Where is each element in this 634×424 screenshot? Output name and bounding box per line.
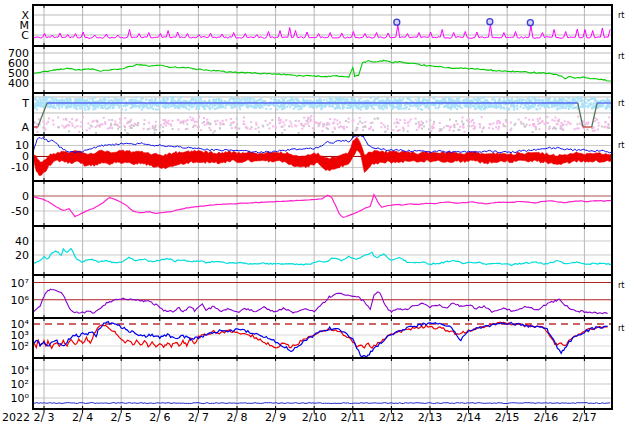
noise-dot — [166, 122, 168, 124]
noise-dot — [295, 120, 297, 122]
noise-dot — [312, 107, 314, 109]
noise-dot — [488, 127, 490, 129]
noise-dot — [191, 106, 193, 108]
noise-dot — [349, 104, 351, 106]
noise-dot — [483, 108, 485, 110]
noise-dot — [513, 105, 515, 107]
noise-dot — [530, 99, 532, 101]
noise-dot — [96, 105, 98, 107]
noise-dot — [383, 124, 385, 126]
noise-dot — [598, 122, 600, 124]
noise-dot — [523, 107, 525, 109]
noise-dot — [177, 100, 179, 102]
noise-dot — [439, 122, 441, 124]
noise-dot — [551, 119, 553, 121]
noise-dot — [75, 120, 77, 122]
noise-dot — [178, 128, 180, 130]
noise-dot — [58, 108, 60, 110]
noise-dot — [453, 124, 455, 126]
noise-dot — [551, 106, 553, 108]
noise-dot — [219, 127, 221, 129]
noise-dot — [58, 106, 60, 108]
noise-dot — [117, 128, 119, 130]
noise-dot — [446, 125, 448, 127]
noise-dot — [580, 106, 582, 108]
noise-dot — [464, 105, 466, 107]
noise-dot — [443, 106, 445, 108]
noise-dot — [194, 121, 196, 123]
noise-dot — [559, 107, 561, 109]
noise-dot — [441, 128, 443, 130]
noise-dot — [281, 132, 283, 134]
noise-dot — [204, 108, 206, 110]
noise-dot — [104, 121, 106, 123]
noise-dot — [90, 125, 92, 127]
noise-dot — [85, 100, 87, 102]
noise-dot — [602, 105, 604, 107]
noise-dot — [607, 127, 609, 129]
noise-dot — [323, 123, 325, 125]
noise-dot — [539, 107, 541, 109]
noise-dot — [286, 106, 288, 108]
noise-dot — [426, 99, 428, 101]
noise-dot — [204, 100, 206, 102]
y-axis-label: -50 — [11, 205, 29, 218]
noise-dot — [98, 100, 100, 102]
noise-dot — [364, 121, 366, 123]
noise-dot — [43, 96, 45, 98]
y-axis-label: 10² — [11, 340, 29, 353]
noise-dot — [249, 128, 251, 130]
noise-dot — [404, 119, 406, 121]
x-axis-label: 2/ 3 — [33, 411, 54, 424]
noise-dot — [230, 118, 232, 120]
noise-dot — [118, 104, 120, 106]
y-axis-label: 40 — [15, 235, 29, 248]
noise-dot — [535, 126, 537, 128]
noise-dot — [361, 105, 363, 107]
noise-dot — [188, 109, 190, 111]
noise-dot — [326, 99, 328, 101]
noise-dot — [217, 120, 219, 122]
noise-dot — [137, 124, 139, 126]
noise-dot — [286, 100, 288, 102]
noise-dot — [135, 96, 137, 98]
noise-dot — [192, 118, 194, 120]
noise-dot — [289, 121, 291, 123]
noise-dot — [576, 128, 578, 130]
noise-dot — [468, 121, 470, 123]
noise-dot — [533, 106, 535, 108]
noise-dot — [462, 123, 464, 125]
noise-dot — [470, 99, 472, 101]
noise-dot — [124, 98, 126, 100]
noise-dot — [404, 122, 406, 124]
noise-dot — [147, 107, 149, 109]
noise-dot — [143, 128, 145, 130]
figure-background — [0, 0, 634, 424]
noise-dot — [380, 126, 382, 128]
noise-dot — [121, 105, 123, 107]
noise-dot — [265, 108, 267, 110]
noise-dot — [403, 130, 405, 132]
noise-dot — [396, 122, 398, 124]
noise-dot — [520, 99, 522, 101]
noise-dot — [258, 127, 260, 129]
noise-dot — [132, 106, 134, 108]
noise-dot — [130, 99, 132, 101]
noise-dot — [335, 97, 337, 99]
noise-dot — [282, 126, 284, 128]
noise-dot — [155, 109, 157, 111]
noise-dot — [214, 120, 216, 122]
swx-multipanel-chart: XMCrt700600500400rtTArt100-10rt0-5040201… — [0, 0, 634, 424]
noise-dot — [123, 105, 125, 107]
noise-dot — [271, 119, 273, 121]
noise-dot — [337, 106, 339, 108]
noise-dot — [276, 109, 278, 111]
noise-dot — [289, 106, 291, 108]
x-axis-label: 2/15 — [495, 411, 520, 424]
noise-dot — [239, 99, 241, 101]
noise-dot — [89, 104, 91, 106]
noise-dot — [408, 108, 410, 110]
noise-dot — [225, 107, 227, 109]
y-axis-label: 10⁷ — [11, 277, 29, 290]
noise-dot — [481, 131, 483, 133]
